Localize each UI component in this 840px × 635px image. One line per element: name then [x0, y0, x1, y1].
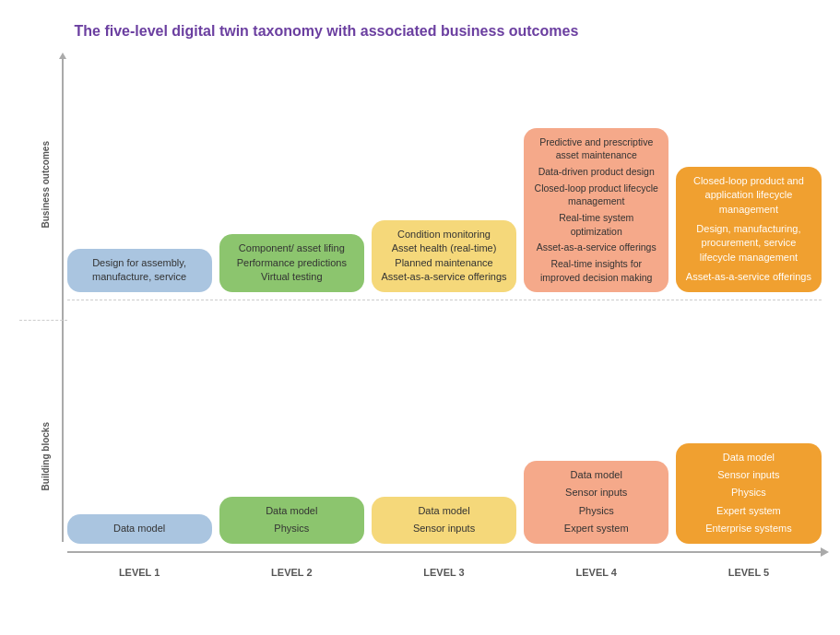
level-3-building-card: Data model Sensor inputs — [372, 497, 516, 544]
chart-title: The five-level digital twin taxonomy wit… — [19, 23, 822, 40]
x-label-5: LEVEL 5 — [676, 567, 821, 578]
x-label-3: LEVEL 3 — [372, 567, 516, 578]
level-4-business-col: Predictive and prescriptive asset mainte… — [524, 128, 668, 292]
x-label-2: LEVEL 2 — [219, 567, 364, 578]
x-label-1: LEVEL 1 — [67, 567, 212, 578]
level-1-business-card: Design for assembly, manufacture, servic… — [67, 249, 212, 292]
main-area: Design for assembly, manufacture, servic… — [67, 49, 822, 593]
level-1-building-col: Data model — [67, 514, 212, 543]
level-5-building-card: Data model Sensor inputs Physics Expert … — [676, 443, 821, 544]
level-3-business-col: Condition monitoring Asset health (real-… — [372, 220, 516, 292]
level-3-business-card: Condition monitoring Asset health (real-… — [372, 220, 516, 292]
x-axis-line — [67, 551, 822, 553]
x-labels: LEVEL 1 LEVEL 2 LEVEL 3 LEVEL 4 LEVEL 5 — [67, 553, 822, 593]
level-1-building-card: Data model — [67, 514, 212, 543]
level-4-business-card: Predictive and prescriptive asset mainte… — [524, 128, 668, 292]
level-2-building-col: Data model Physics — [219, 497, 364, 544]
x-axis: LEVEL 1 LEVEL 2 LEVEL 3 LEVEL 4 LEVEL 5 — [67, 551, 822, 593]
business-outcomes-row: Design for assembly, manufacture, servic… — [67, 49, 822, 300]
level-5-business-col: Closed-loop product and application life… — [676, 167, 821, 292]
building-blocks-label: Building blocks — [19, 321, 67, 593]
level-4-building-col: Data model Sensor inputs Physics Expert … — [524, 461, 668, 544]
level-5-building-col: Data model Sensor inputs Physics Expert … — [676, 443, 821, 544]
chart-container: The five-level digital twin taxonomy wit… — [10, 9, 831, 627]
x-axis-arrow — [821, 547, 829, 557]
y-axis: Business outcomes Building blocks — [19, 49, 67, 593]
level-3-building-col: Data model Sensor inputs — [372, 497, 516, 544]
level-2-business-card: Component/ asset lifing Performance pred… — [219, 234, 364, 291]
building-blocks-row: Data model Data model Physics Data model… — [67, 300, 822, 551]
x-label-4: LEVEL 4 — [524, 567, 668, 578]
level-1-business-col: Design for assembly, manufacture, servic… — [67, 249, 212, 292]
business-outcomes-label: Business outcomes — [19, 49, 67, 322]
level-4-building-card: Data model Sensor inputs Physics Expert … — [524, 461, 668, 544]
level-2-business-col: Component/ asset lifing Performance pred… — [219, 234, 364, 291]
level-2-building-card: Data model Physics — [219, 497, 364, 544]
level-5-business-card: Closed-loop product and application life… — [676, 167, 821, 292]
